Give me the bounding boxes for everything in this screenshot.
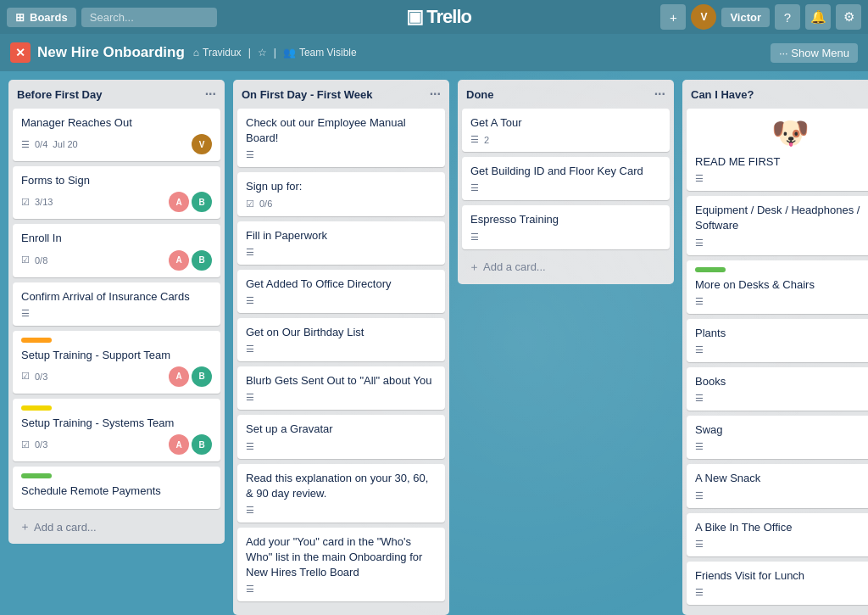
card-meta: ☰ <box>695 344 868 355</box>
card-meta-item-0: ☰ <box>695 238 704 249</box>
list-menu-button[interactable]: ··· <box>654 87 665 102</box>
ellipsis-icon: ··· <box>779 47 791 59</box>
help-button[interactable]: ? <box>775 4 800 30</box>
list-menu-button[interactable]: ··· <box>430 87 441 102</box>
card-read-me-first[interactable]: 🐶READ ME FIRST☰ <box>687 109 868 191</box>
card-label <box>21 473 52 478</box>
card-meta-item-1: 0/4 <box>35 139 47 149</box>
card-confirm-arrival[interactable]: Confirm Arrival of Insurance Cards☰ <box>13 282 220 326</box>
workspace-link[interactable]: ⌂ Travidux <box>193 47 242 59</box>
card-manager-reaches-out[interactable]: Manager Reaches Out☰0/4Jul 20V <box>13 109 220 161</box>
card-meta: ☰ <box>246 247 437 258</box>
plus-icon: ＋ <box>19 519 31 534</box>
card-meta: ☰ <box>246 392 437 403</box>
board-canvas: Before First Day···Manager Reaches Out☰0… <box>0 71 868 615</box>
card-title: Add your "You" card in the "Who's Who" l… <box>246 534 437 581</box>
card-meta: ☰ <box>246 584 437 595</box>
card-title: Blurb Gets Sent Out to "All" about You <box>246 373 437 389</box>
card-meta-item-0: ☰ <box>470 232 479 243</box>
card-friends-lunch[interactable]: Friends Visit for Lunch☰ <box>687 562 868 605</box>
card-office-directory[interactable]: Get Added To Office Directory☰ <box>237 270 445 313</box>
card-title: A New Snack <box>695 471 868 486</box>
card-blurb-sent[interactable]: Blurb Gets Sent Out to "All" about You☰ <box>237 366 445 410</box>
card-equipment[interactable]: Equipment / Desk / Headphones / Software… <box>687 196 868 254</box>
add-card-label: Add a card... <box>483 260 546 273</box>
card-title: Check out our Employee Manual Board! <box>246 115 437 146</box>
card-setup-training-support[interactable]: Setup Training - Support Team☑0/3AB <box>13 331 220 394</box>
card-title: Equipment / Desk / Headphones / Software <box>695 203 868 233</box>
card-forms-to-sign[interactable]: Forms to Sign☑3/13AB <box>13 166 220 219</box>
card-title: Forms to Sign <box>21 173 212 188</box>
card-meta-item-0: ☑ <box>246 198 254 210</box>
search-input[interactable] <box>81 8 217 27</box>
list-header-on-first-day: On First Day - First Week··· <box>233 80 449 109</box>
card-meta-item-0: ☰ <box>695 344 704 355</box>
card-plants[interactable]: Plants☰ <box>687 319 868 362</box>
card-fill-paperwork[interactable]: Fill in Paperwork☰ <box>237 221 445 265</box>
card-meta-item-1: 0/3 <box>35 372 47 382</box>
card-title: More on Desks & Chairs <box>695 277 868 293</box>
avatar-teal: B <box>192 434 212 455</box>
list-title: Before First Day <box>17 88 102 101</box>
avatar-pink: A <box>169 250 189 271</box>
card-meta: ☰0/4Jul 20V <box>21 134 212 154</box>
card-setup-training-systems[interactable]: Setup Training - Systems Team☑0/3AB <box>13 399 220 461</box>
card-whos-who[interactable]: Add your "You" card in the "Who's Who" l… <box>237 528 445 602</box>
card-title: Books <box>695 374 868 389</box>
boards-button[interactable]: ⊞ Boards <box>7 8 76 27</box>
show-menu-button[interactable]: ··· Show Menu <box>771 43 858 63</box>
card-more-desks-chairs[interactable]: More on Desks & Chairs☰ <box>687 260 868 314</box>
card-sign-up-for[interactable]: Sign up for:☑0/6 <box>237 172 445 215</box>
avatar[interactable]: V <box>691 4 716 30</box>
card-books[interactable]: Books☰ <box>687 367 868 411</box>
card-meta: ☑0/3AB <box>21 434 212 455</box>
avatar-brown: V <box>192 134 212 154</box>
user-menu[interactable]: Victor <box>721 8 770 27</box>
workspace-name: Travidux <box>203 47 242 59</box>
card-title: A Bike In The Office <box>695 520 868 535</box>
plus-icon: ＋ <box>244 612 255 615</box>
add-card-on-first-day[interactable]: ＋ Add a card... <box>237 607 445 615</box>
notifications-button[interactable]: 🔔 <box>805 4 831 30</box>
home-icon: ⌂ <box>193 47 199 59</box>
card-gravatar[interactable]: Set up a Gravatar☰ <box>237 415 445 458</box>
card-get-tour[interactable]: Get A Tour☰2 <box>462 109 670 152</box>
card-meta: ☰ <box>470 182 661 193</box>
card-meta-item-1: 0/8 <box>35 255 47 266</box>
card-title: Manager Reaches Out <box>21 115 212 131</box>
card-meta-item-0: ☰ <box>695 173 704 184</box>
card-enroll-in[interactable]: Enroll In☑0/8AB <box>13 224 220 277</box>
card-label <box>695 267 726 272</box>
card-title: Fill in Paperwork <box>246 228 437 243</box>
card-new-snack[interactable]: A New Snack☰ <box>687 464 868 507</box>
card-title: Enroll In <box>21 231 212 246</box>
top-navigation: ⊞ Boards ▣ Trello + V Victor ? 🔔 ⚙ <box>0 0 868 34</box>
card-review-explanation[interactable]: Read this explanation on your 30, 60, & … <box>237 464 445 523</box>
card-meta-item-0: ☰ <box>695 587 704 598</box>
add-card-can-i-have[interactable]: ＋ Add a card... <box>687 610 868 615</box>
card-building-id[interactable]: Get Building ID and Floor Key Card☰ <box>462 157 670 200</box>
add-card-done[interactable]: ＋ Add a card... <box>462 254 670 280</box>
star-icon: ☆ <box>258 47 267 59</box>
card-bike-office[interactable]: A Bike In The Office☰ <box>687 513 868 556</box>
card-birthday-list[interactable]: Get on Our Birthday List☰ <box>237 318 445 361</box>
card-employee-manual[interactable]: Check out our Employee Manual Board!☰ <box>237 109 445 167</box>
list-menu-button[interactable]: ··· <box>205 87 216 102</box>
star-button[interactable]: ☆ <box>258 47 267 59</box>
list-done: Done···Get A Tour☰2Get Building ID and F… <box>458 80 674 284</box>
visibility-button[interactable]: 👥 Team Visible <box>283 47 357 59</box>
add-button[interactable]: + <box>660 4 686 30</box>
list-header-before-first-day: Before First Day··· <box>8 80 225 109</box>
card-title: Set up a Gravatar <box>246 422 437 437</box>
avatar-pink: A <box>169 366 189 387</box>
card-swag[interactable]: Swag☰ <box>687 416 868 459</box>
card-meta: ☰2 <box>470 134 661 145</box>
card-meta: ☰ <box>21 308 212 319</box>
card-espresso-training[interactable]: Espresso Training☰ <box>462 205 670 249</box>
settings-button[interactable]: ⚙ <box>836 4 861 30</box>
card-schedule-remote-payments[interactable]: Schedule Remote Payments <box>13 467 220 509</box>
card-meta-item-0: ☰ <box>695 441 704 452</box>
card-title: Plants <box>695 326 868 341</box>
plus-icon: ＋ <box>469 260 480 275</box>
add-card-before-first-day[interactable]: ＋ Add a card... <box>13 514 220 540</box>
